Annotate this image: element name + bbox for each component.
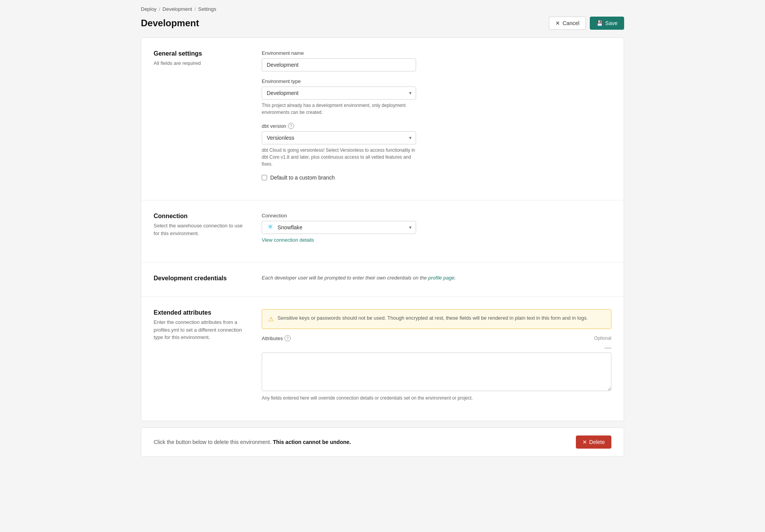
dbt-version-group: dbt version ? Versionless 1.8 1.7 1.6 ▾ … xyxy=(262,123,416,168)
dbt-version-hint: dbt Cloud is going versionless! Select V… xyxy=(262,147,416,168)
warning-icon: ⚠ xyxy=(268,315,274,324)
connection-label: Connection xyxy=(262,213,416,219)
env-type-group: Environment type Development Staging Pro… xyxy=(262,78,416,116)
general-settings-title: General settings xyxy=(154,50,249,57)
connection-select-wrapper: ❄ Snowflake BigQuery Redshift Databricks… xyxy=(262,221,416,234)
attributes-hint: Any fields entered here will override co… xyxy=(262,395,611,402)
env-type-hint: This project already has a development e… xyxy=(262,102,416,116)
general-settings-desc: All fields are required xyxy=(154,59,249,67)
extended-attributes-left: Extended attributes Enter the connection… xyxy=(154,309,262,408)
connection-title: Connection xyxy=(154,213,249,220)
general-settings-section: General settings All fields are required… xyxy=(141,38,624,200)
connection-desc: Select the warehouse connection to use f… xyxy=(154,222,249,237)
extended-attributes-desc: Enter the connection attributes from a p… xyxy=(154,319,249,341)
footer-text-normal: Click the button below to delete this en… xyxy=(154,439,273,445)
warning-text: Sensitive keys or passwords should not b… xyxy=(278,314,588,322)
dbt-version-select-wrapper: Versionless 1.8 1.7 1.6 ▾ xyxy=(262,131,416,144)
attributes-label-row: Attributes ? Optional xyxy=(262,335,611,341)
footer-bar: Click the button below to delete this en… xyxy=(141,427,624,457)
env-name-input[interactable] xyxy=(262,58,416,71)
dev-credentials-left: Development credentials xyxy=(154,275,262,284)
footer-text-bold: This action cannot be undone. xyxy=(273,439,351,445)
delete-button[interactable]: ✕ Delete xyxy=(576,435,611,449)
connection-left: Connection Select the warehouse connecti… xyxy=(154,213,262,250)
dbt-version-select[interactable]: Versionless 1.8 1.7 1.6 xyxy=(262,131,416,144)
page-header: Development ✕ Cancel 💾 Save xyxy=(141,17,624,30)
env-type-select-wrapper: Development Staging Production ▾ xyxy=(262,86,416,100)
connection-select[interactable]: Snowflake BigQuery Redshift Databricks xyxy=(262,221,416,234)
dev-creds-text: Each developer user will be prompted to … xyxy=(262,275,611,281)
page-title: Development xyxy=(141,18,199,29)
attributes-help-icon[interactable]: ? xyxy=(284,335,291,341)
dev-credentials-title: Development credentials xyxy=(154,275,249,282)
custom-branch-label[interactable]: Default to a custom branch xyxy=(262,175,416,181)
env-name-label: Environment name xyxy=(262,50,416,56)
env-type-select[interactable]: Development Staging Production xyxy=(262,86,416,100)
custom-branch-text: Default to a custom branch xyxy=(270,175,335,181)
dev-credentials-section: Development credentials Each developer u… xyxy=(141,263,624,297)
dbt-version-label-text: dbt version xyxy=(262,123,286,129)
dev-creds-suffix: . xyxy=(454,275,456,281)
dbt-version-help-icon[interactable]: ? xyxy=(288,123,294,129)
connection-right: Connection ❄ Snowflake BigQuery Redshift xyxy=(262,213,416,250)
custom-branch-checkbox[interactable] xyxy=(262,175,267,180)
breadcrumb-sep-1: / xyxy=(159,6,160,12)
save-label: Save xyxy=(605,20,618,26)
env-type-label: Environment type xyxy=(262,78,416,84)
footer-text: Click the button below to delete this en… xyxy=(154,439,351,445)
dev-creds-description: Each developer user will be prompted to … xyxy=(262,275,428,281)
breadcrumb-settings: Settings xyxy=(198,6,216,12)
textarea-top-bar: — xyxy=(262,344,611,352)
breadcrumb-development: Development xyxy=(162,6,192,12)
breadcrumb-sep-2: / xyxy=(195,6,196,12)
delete-x-icon: ✕ xyxy=(582,439,587,445)
attributes-group: Attributes ? Optional — Any fields enter… xyxy=(262,335,611,402)
view-connection-link[interactable]: View connection details xyxy=(262,237,314,243)
warning-box: ⚠ Sensitive keys or passwords should not… xyxy=(262,309,611,329)
attributes-optional-label: Optional xyxy=(594,335,611,341)
attributes-label-text: Attributes xyxy=(262,335,283,341)
general-settings-left: General settings All fields are required xyxy=(154,50,262,188)
cancel-button[interactable]: ✕ Cancel xyxy=(549,17,586,30)
breadcrumb: Deploy / Development / Settings xyxy=(141,6,624,12)
save-button[interactable]: 💾 Save xyxy=(590,17,624,30)
breadcrumb-deploy: Deploy xyxy=(141,6,156,12)
env-name-group: Environment name xyxy=(262,50,416,71)
extended-attributes-title: Extended attributes xyxy=(154,309,249,316)
connection-section: Connection Select the warehouse connecti… xyxy=(141,200,624,263)
main-card: General settings All fields are required… xyxy=(141,37,624,421)
cancel-x-icon: ✕ xyxy=(555,20,560,26)
attributes-textarea[interactable] xyxy=(262,352,611,391)
dbt-version-label: dbt version ? xyxy=(262,123,416,129)
general-settings-right: Environment name Environment type Develo… xyxy=(262,50,416,188)
delete-label: Delete xyxy=(589,439,605,445)
extended-attributes-right: ⚠ Sensitive keys or passwords should not… xyxy=(262,309,611,408)
attributes-label: Attributes ? xyxy=(262,335,291,341)
custom-branch-group: Default to a custom branch xyxy=(262,175,416,181)
dev-credentials-right: Each developer user will be prompted to … xyxy=(262,275,611,284)
header-actions: ✕ Cancel 💾 Save xyxy=(549,17,624,30)
connection-group: Connection ❄ Snowflake BigQuery Redshift xyxy=(262,213,416,243)
profile-page-link[interactable]: profile page xyxy=(428,275,454,281)
cancel-label: Cancel xyxy=(562,20,579,26)
extended-attributes-section: Extended attributes Enter the connection… xyxy=(141,297,624,421)
expand-icon[interactable]: — xyxy=(604,344,611,352)
save-icon: 💾 xyxy=(596,20,603,26)
